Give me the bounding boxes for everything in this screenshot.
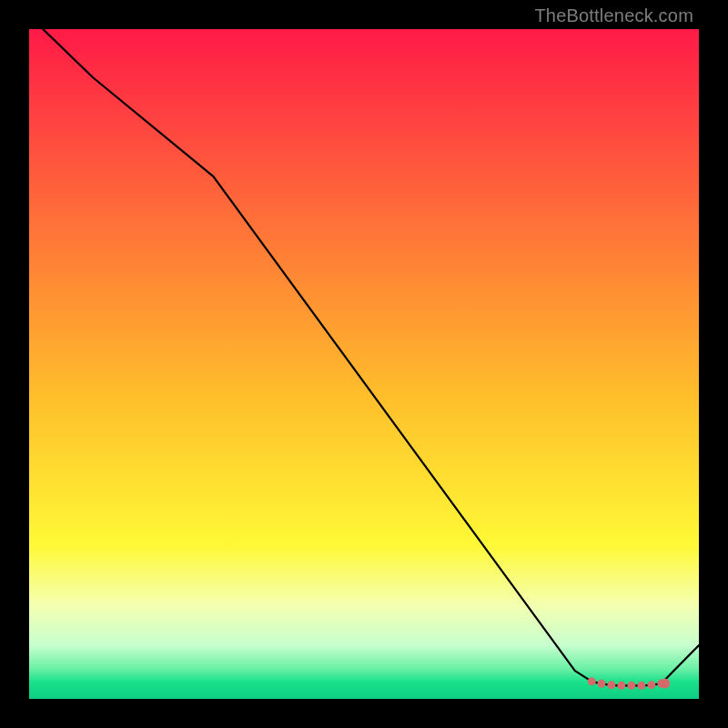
curve-layer (29, 29, 699, 699)
plot-area (29, 29, 699, 699)
marker-end-dot (660, 679, 670, 689)
watermark-text: TheBottleneck.com (534, 5, 693, 26)
chart-markers (592, 679, 670, 689)
chart-curve (29, 29, 699, 685)
chart-stage: TheBottleneck.com (0, 0, 728, 728)
